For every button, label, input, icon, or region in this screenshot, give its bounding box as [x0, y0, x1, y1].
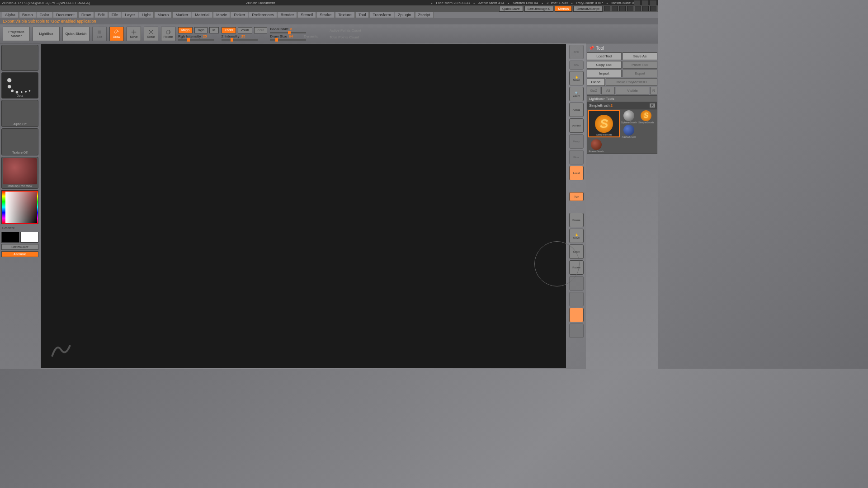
- make-polymesh-button[interactable]: Make PolyMesh3D: [606, 78, 657, 86]
- tool-thumb-simplebrush[interactable]: S SimpleBrush: [588, 110, 620, 137]
- tool-thumb-spherebrush[interactable]: SphereBrush: [621, 110, 637, 124]
- menu-stroke[interactable]: Stroke: [316, 12, 335, 18]
- alpha-thumbnail[interactable]: Alpha Off: [1, 100, 38, 127]
- color-picker[interactable]: [1, 190, 38, 224]
- goz-button[interactable]: GoZ: [587, 87, 600, 94]
- persp-button[interactable]: Persp: [569, 134, 584, 149]
- transparent-button[interactable]: [569, 292, 584, 306]
- rgb-intensity-slider[interactable]: [178, 39, 214, 41]
- menu-macro[interactable]: Macro: [154, 12, 172, 18]
- menu-render[interactable]: Render: [278, 12, 297, 18]
- load-tool-button[interactable]: Load Tool: [587, 52, 622, 60]
- rotate-button[interactable]: Rotate: [161, 27, 175, 41]
- quicksave-button[interactable]: QuickSave: [499, 6, 523, 12]
- lightbox-button[interactable]: LightBox: [33, 27, 60, 41]
- goz-visible-button[interactable]: Visible: [616, 87, 649, 94]
- floor-button[interactable]: Floor: [569, 150, 584, 164]
- edit-button[interactable]: Edit: [92, 27, 107, 41]
- lightbox-tools-button[interactable]: Lightbox> Tools: [587, 95, 657, 102]
- menu-draw[interactable]: Draw: [78, 12, 94, 18]
- menu-color[interactable]: Color: [37, 12, 53, 18]
- aahalf-button[interactable]: AAHalf: [569, 118, 584, 133]
- primary-color-swatch[interactable]: [20, 232, 38, 243]
- zadd-button[interactable]: Zadd: [222, 27, 236, 33]
- frame-button[interactable]: Frame: [569, 213, 584, 227]
- projection-master-button[interactable]: Projection Master: [3, 27, 30, 41]
- stroke-thumbnail[interactable]: Dots: [1, 72, 38, 99]
- m-button[interactable]: M: [209, 27, 219, 33]
- layout-icon-6[interactable]: [642, 6, 649, 11]
- export-button[interactable]: Export: [623, 70, 657, 77]
- save-as-button[interactable]: Save As: [623, 52, 657, 60]
- layout-icon-1[interactable]: [604, 6, 610, 11]
- tool-panel-header[interactable]: 📌 Tool: [587, 44, 657, 52]
- zoom-button[interactable]: 🔍Zoom: [569, 87, 584, 101]
- menu-layer[interactable]: Layer: [122, 12, 138, 18]
- menu-material[interactable]: Material: [192, 12, 212, 18]
- import-button[interactable]: Import: [587, 70, 622, 77]
- menu-preferences[interactable]: Preferences: [249, 12, 277, 18]
- local-button[interactable]: Local: [569, 166, 584, 180]
- texture-thumbnail[interactable]: Texture Off: [1, 128, 38, 155]
- scale-button[interactable]: Scale: [144, 27, 158, 41]
- paste-tool-button[interactable]: Paste Tool: [623, 61, 657, 69]
- move-nav-button[interactable]: ✋Move: [569, 229, 584, 243]
- menu-brush[interactable]: Brush: [19, 12, 36, 18]
- layout-icon-3[interactable]: [619, 6, 626, 11]
- spix-button[interactable]: SPix: [569, 61, 584, 70]
- layout-icon-2[interactable]: [612, 6, 618, 11]
- menu-stencil[interactable]: Stencil: [297, 12, 316, 18]
- pin-icon[interactable]: 📌: [589, 46, 594, 51]
- layout-icon-4[interactable]: [627, 6, 633, 11]
- alternate-button[interactable]: Alternate: [1, 251, 38, 257]
- maximize-button[interactable]: [642, 0, 648, 5]
- ghost-button[interactable]: [569, 308, 584, 322]
- seethrough-label[interactable]: See-through 0: [524, 6, 554, 12]
- brush-thumbnail[interactable]: [1, 45, 38, 71]
- layout-icon-5[interactable]: [635, 6, 641, 11]
- minimize-button[interactable]: [634, 0, 640, 5]
- menu-marker[interactable]: Marker: [172, 12, 191, 18]
- close-button[interactable]: [650, 0, 656, 5]
- solo-button[interactable]: [569, 324, 584, 338]
- menu-texture[interactable]: Texture: [335, 12, 355, 18]
- tool-r-button[interactable]: R: [650, 103, 655, 108]
- clone-button[interactable]: Clone: [587, 78, 605, 86]
- z-intensity-slider[interactable]: [222, 39, 258, 41]
- secondary-color-swatch[interactable]: [1, 232, 19, 243]
- copy-tool-button[interactable]: Copy Tool: [587, 61, 622, 69]
- menus-button[interactable]: Menus: [555, 6, 572, 12]
- goz-r-button[interactable]: R: [650, 87, 657, 94]
- menu-zscript[interactable]: Zscript: [415, 12, 434, 18]
- focal-shift-slider[interactable]: [270, 32, 306, 33]
- menu-movie[interactable]: Movie: [213, 12, 230, 18]
- zcut-button[interactable]: Zcut: [254, 27, 268, 33]
- goz-all-button[interactable]: All: [601, 87, 615, 94]
- zsub-button[interactable]: Zsub: [238, 27, 252, 33]
- defaultscript-button[interactable]: DefaultZScript: [573, 6, 603, 12]
- menu-edit[interactable]: Edit: [94, 12, 108, 18]
- tool-thumb-eraserbrush[interactable]: EraserBrush: [588, 139, 604, 153]
- xyz-button[interactable]: Xyz: [569, 192, 584, 201]
- menu-light[interactable]: Light: [139, 12, 154, 18]
- menu-file[interactable]: File: [108, 12, 122, 18]
- menu-document[interactable]: Document: [53, 12, 78, 18]
- menu-picker[interactable]: Picker: [231, 12, 248, 18]
- menu-alpha[interactable]: Alpha: [2, 12, 19, 18]
- quicksketch-button[interactable]: Quick Sketch: [62, 27, 90, 41]
- canvas[interactable]: [41, 44, 566, 368]
- draw-button[interactable]: Draw: [109, 27, 124, 41]
- switchcolor-button[interactable]: SwitchColor: [1, 244, 38, 250]
- dynamic-label[interactable]: Dynamic: [304, 34, 318, 38]
- rgb-button[interactable]: Rgb: [194, 27, 208, 33]
- move-button[interactable]: Move: [127, 27, 141, 41]
- material-thumbnail[interactable]: MatCap Red Wax: [1, 157, 38, 189]
- draw-size-slider[interactable]: [270, 39, 306, 41]
- polyframe-button[interactable]: [569, 276, 584, 291]
- menu-tool[interactable]: Tool: [355, 12, 369, 18]
- menu-zplugin[interactable]: Zplugin: [395, 12, 415, 18]
- tool-thumb-simplebrush-2[interactable]: SSimpleBrush: [638, 110, 654, 138]
- layout-icon-7[interactable]: [650, 6, 656, 11]
- tool-thumb-alphabrush[interactable]: AlphaBrush: [621, 125, 637, 138]
- bpr-button[interactable]: BPR: [569, 45, 584, 59]
